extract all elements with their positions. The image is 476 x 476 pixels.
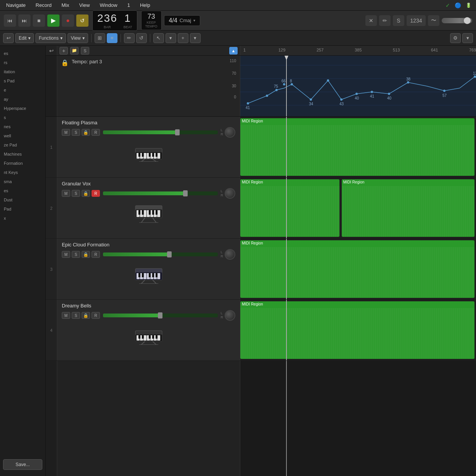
menubar-right: ✓ 🔵 🔋	[445, 2, 471, 8]
s-btn[interactable]: S	[393, 15, 404, 26]
fader-4[interactable]	[103, 314, 218, 317]
sidebar-item-8[interactable]: nes	[0, 122, 45, 131]
sidebar-item-9[interactable]: well	[0, 131, 45, 140]
beat-number: 1	[124, 12, 131, 24]
ruler-mark-129: 129	[278, 48, 285, 52]
sidebar-item-13[interactable]: nt Keys	[0, 168, 45, 177]
svg-rect-76	[157, 273, 160, 279]
midi-region-2a[interactable]: MIDI Region	[240, 179, 339, 237]
sidebar-item-18[interactable]: x	[0, 214, 45, 223]
lock-btn-2[interactable]: 🔒	[82, 190, 90, 197]
loop-tool-button[interactable]: ↺	[136, 33, 147, 43]
stop-button[interactable]: ■	[33, 14, 45, 27]
sidebar-item-15[interactable]: es	[0, 186, 45, 195]
functions-menu-button[interactable]: Functions ▾	[35, 33, 66, 43]
view-menu-button[interactable]: View ▾	[68, 33, 88, 43]
mute-btn-4[interactable]: M	[62, 312, 70, 319]
wave-btn[interactable]: 〜	[428, 15, 439, 26]
menu-mix[interactable]: Mix	[60, 2, 71, 9]
sidebar-item-5[interactable]: ay	[0, 95, 45, 104]
time-signature: 4/4	[169, 17, 177, 24]
metronome-btn[interactable]: ✕	[365, 15, 377, 26]
sidebar-item-10[interactable]: ze Pad	[0, 140, 45, 150]
solo-btn-3[interactable]: S	[72, 251, 80, 258]
midi-region-3[interactable]: MIDI Region	[240, 240, 474, 298]
solo-btn-1[interactable]: S	[72, 129, 80, 136]
midi-region-4[interactable]: MIDI Region	[240, 301, 474, 359]
track-content-3: MIDI Region	[240, 239, 476, 299]
add-track-button[interactable]: +	[60, 47, 68, 55]
track-knob-2[interactable]	[225, 188, 235, 199]
pointer-tool-button[interactable]: ↖	[153, 33, 164, 43]
mute-btn-1[interactable]: M	[62, 129, 70, 136]
folder-button[interactable]: 📁	[70, 47, 79, 55]
forward-button[interactable]: ⏭	[18, 14, 31, 27]
menu-view[interactable]: View	[77, 2, 91, 9]
sidebar-item-17[interactable]: Pad	[0, 204, 45, 214]
track-knob-1[interactable]	[225, 127, 235, 138]
svg-text:66: 66	[281, 79, 286, 83]
sidebar-item-4[interactable]: e	[0, 85, 45, 95]
record-button[interactable]: ●	[62, 14, 74, 27]
fader-3[interactable]	[103, 252, 218, 256]
lock-btn-3[interactable]: 🔒	[82, 251, 90, 258]
key-dropdown-icon[interactable]: ▾	[193, 18, 195, 23]
edit-menu-button[interactable]: Edit ▾	[15, 33, 34, 43]
grid-view-button[interactable]: ⊞	[95, 33, 105, 43]
cycle-button[interactable]: ↺	[76, 14, 88, 27]
counter-btn[interactable]: 1234	[407, 15, 426, 26]
pencil-btn[interactable]: ✏	[379, 15, 391, 26]
rewind-button[interactable]: ⏮	[4, 14, 16, 27]
tempo-track: 🔒 Tempo: part 3 110 70 30 0	[46, 56, 476, 117]
sidebar-item-formation[interactable]: Formation	[0, 159, 45, 168]
mute-btn-2[interactable]: M	[62, 190, 70, 197]
solo-btn-2[interactable]: S	[72, 190, 80, 197]
sidebar-item-3[interactable]: s Pad	[0, 76, 45, 85]
fader-2[interactable]	[103, 191, 218, 195]
midi-region-2b[interactable]: MIDI Region	[342, 179, 474, 237]
lock-btn-1[interactable]: 🔒	[82, 129, 90, 136]
svg-text:57: 57	[442, 93, 447, 98]
svg-line-100	[153, 341, 156, 345]
midi-region-1[interactable]: MIDI Region	[240, 118, 474, 176]
s-header-button[interactable]: S	[81, 47, 89, 55]
sidebar-item-14[interactable]: sma	[0, 177, 45, 186]
list-view-button[interactable]: ≡	[107, 33, 117, 43]
save-button[interactable]: Save...	[3, 459, 42, 470]
plus-dropdown[interactable]: ▾	[190, 33, 201, 43]
mute-btn-3[interactable]: M	[62, 251, 70, 258]
record-btn-4[interactable]: R	[92, 312, 100, 319]
plus-tool-button[interactable]: +	[178, 33, 188, 43]
menu-navigate[interactable]: Navigate	[5, 2, 27, 9]
sidebar-item-7[interactable]: s	[0, 113, 45, 122]
lock-btn-4[interactable]: 🔒	[82, 312, 90, 319]
record-btn-2[interactable]: R	[92, 190, 100, 197]
pointer-dropdown[interactable]: ▾	[166, 33, 176, 43]
gear-dropdown[interactable]: ▾	[462, 33, 473, 43]
fader-1[interactable]	[103, 130, 218, 134]
bar-number: 236	[97, 12, 117, 24]
menu-help[interactable]: Help	[138, 2, 152, 9]
pencil-tool-button[interactable]: ✏	[124, 33, 135, 43]
play-button[interactable]: ▶	[47, 14, 60, 27]
sidebar-item-0[interactable]: es	[0, 49, 45, 58]
track-knob-4[interactable]	[225, 310, 235, 321]
solo-btn-4[interactable]: S	[72, 312, 80, 319]
sidebar-item-6[interactable]: Hyperspace	[0, 104, 45, 113]
track-knob-3[interactable]	[225, 249, 235, 260]
sidebar-item-16[interactable]: Dust	[0, 195, 45, 204]
back-nav-icon[interactable]: ↩	[49, 48, 54, 54]
record-btn-3[interactable]: R	[92, 251, 100, 258]
sidebar-item-1[interactable]: rs	[0, 58, 45, 67]
record-btn-1[interactable]: R	[92, 129, 100, 136]
back-button[interactable]: ↩	[3, 33, 14, 43]
collapse-button[interactable]: ▲	[229, 47, 238, 55]
menu-window[interactable]: Window	[98, 2, 119, 9]
master-volume-slider[interactable]	[442, 18, 472, 23]
gear-button[interactable]: ⚙	[450, 33, 461, 43]
menu-record[interactable]: Record	[34, 2, 53, 9]
menu-number[interactable]: 1	[126, 2, 132, 9]
sidebar-item-2[interactable]: itation	[0, 67, 45, 76]
sidebar-item-11[interactable]: Machines	[0, 150, 45, 159]
midi-noise-2a	[240, 186, 339, 237]
